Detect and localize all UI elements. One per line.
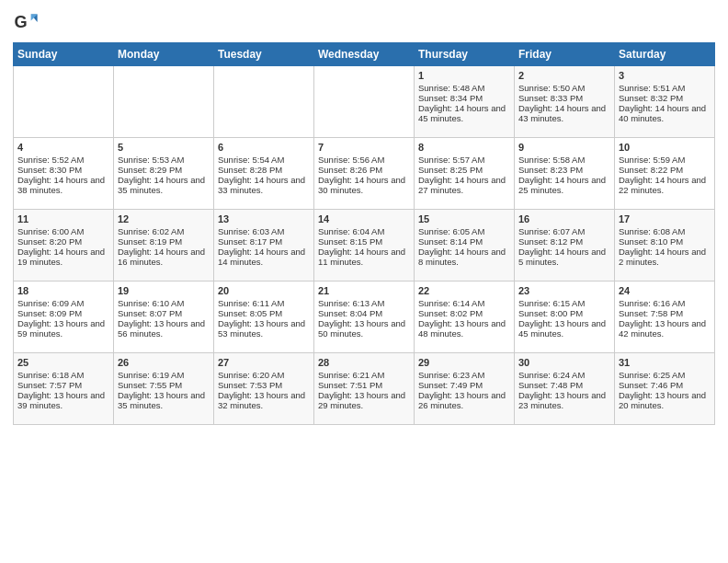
cell-info: Daylight: 13 hours and 42 minutes. [619,318,711,339]
calendar-cell: 2Sunrise: 5:50 AMSunset: 8:33 PMDaylight… [515,66,615,138]
cell-info: Sunset: 7:58 PM [619,308,711,318]
cell-info: Sunrise: 5:50 AM [518,83,610,93]
cell-info: Sunrise: 6:04 AM [318,226,410,236]
calendar-cell: 30Sunrise: 6:24 AMSunset: 7:48 PMDayligh… [515,353,615,425]
cell-info: Sunset: 8:25 PM [418,165,510,175]
calendar-cell: 8Sunrise: 5:57 AMSunset: 8:25 PMDaylight… [415,138,515,210]
page-container: G SundayMondayTuesdayWednesdayThursdayFr… [0,0,728,432]
cell-info: Sunrise: 6:25 AM [619,370,711,380]
cell-info: Daylight: 14 hours and 45 minutes. [418,103,510,123]
calendar-cell: 5Sunrise: 5:53 AMSunset: 8:29 PMDaylight… [114,138,214,210]
cell-info: Sunrise: 5:54 AM [218,155,310,165]
cell-info: Daylight: 14 hours and 19 minutes. [17,247,109,267]
day-number: 2 [518,70,610,81]
calendar-cell: 4Sunrise: 5:52 AMSunset: 8:30 PMDaylight… [14,138,114,210]
header-cell-thursday: Thursday [415,43,515,66]
cell-info: Sunset: 8:12 PM [518,236,610,247]
cell-info: Sunrise: 6:03 AM [218,226,310,236]
cell-info: Daylight: 13 hours and 50 minutes. [318,318,410,339]
cell-info: Daylight: 14 hours and 35 minutes. [118,175,210,195]
header-cell-sunday: Sunday [14,43,114,66]
cell-info: Daylight: 14 hours and 11 minutes. [318,247,410,267]
header-cell-tuesday: Tuesday [214,43,314,66]
calendar-cell: 19Sunrise: 6:10 AMSunset: 8:07 PMDayligh… [114,282,214,353]
day-number: 6 [218,142,310,153]
cell-info: Sunset: 7:55 PM [118,380,210,390]
header-row: SundayMondayTuesdayWednesdayThursdayFrid… [14,43,715,66]
cell-info: Daylight: 13 hours and 29 minutes. [318,390,410,410]
day-number: 3 [619,70,711,81]
calendar-cell: 26Sunrise: 6:19 AMSunset: 7:55 PMDayligh… [114,353,214,425]
cell-info: Sunrise: 6:18 AM [17,370,109,380]
cell-info: Daylight: 13 hours and 56 minutes. [118,318,210,339]
cell-info: Daylight: 14 hours and 27 minutes. [418,175,510,195]
cell-info: Sunset: 8:22 PM [619,165,711,175]
calendar-cell: 24Sunrise: 6:16 AMSunset: 7:58 PMDayligh… [615,282,715,353]
cell-info: Sunset: 8:29 PM [118,165,210,175]
calendar-cell: 18Sunrise: 6:09 AMSunset: 8:09 PMDayligh… [14,282,114,353]
cell-info: Daylight: 13 hours and 45 minutes. [518,318,610,339]
cell-info: Sunrise: 6:09 AM [17,298,109,308]
cell-info: Daylight: 13 hours and 26 minutes. [418,390,510,410]
cell-info: Sunset: 8:09 PM [17,308,109,318]
cell-info: Sunset: 8:34 PM [418,93,510,103]
day-number: 17 [619,213,711,224]
calendar-cell: 16Sunrise: 6:07 AMSunset: 8:12 PMDayligh… [515,210,615,282]
calendar-cell: 17Sunrise: 6:08 AMSunset: 8:10 PMDayligh… [615,210,715,282]
calendar-cell [214,66,314,138]
day-number: 18 [17,285,109,296]
calendar-cell: 29Sunrise: 6:23 AMSunset: 7:49 PMDayligh… [415,353,515,425]
calendar-table: SundayMondayTuesdayWednesdayThursdayFrid… [13,42,715,425]
cell-info: Sunset: 7:49 PM [418,380,510,390]
cell-info: Sunset: 8:30 PM [17,165,109,175]
cell-info: Sunrise: 6:24 AM [518,370,610,380]
calendar-cell: 27Sunrise: 6:20 AMSunset: 7:53 PMDayligh… [214,353,314,425]
cell-info: Daylight: 14 hours and 5 minutes. [518,247,610,267]
cell-info: Daylight: 14 hours and 25 minutes. [518,175,610,195]
calendar-cell: 31Sunrise: 6:25 AMSunset: 7:46 PMDayligh… [615,353,715,425]
calendar-cell: 23Sunrise: 6:15 AMSunset: 8:00 PMDayligh… [515,282,615,353]
day-number: 23 [518,285,610,296]
cell-info: Daylight: 13 hours and 23 minutes. [518,390,610,410]
week-row-4: 18Sunrise: 6:09 AMSunset: 8:09 PMDayligh… [14,282,715,353]
calendar-cell: 12Sunrise: 6:02 AMSunset: 8:19 PMDayligh… [114,210,214,282]
cell-info: Sunset: 8:33 PM [518,93,610,103]
calendar-cell: 22Sunrise: 6:14 AMSunset: 8:02 PMDayligh… [415,282,515,353]
cell-info: Sunset: 8:02 PM [418,308,510,318]
day-number: 9 [518,142,610,153]
cell-info: Sunset: 7:51 PM [318,380,410,390]
cell-info: Sunset: 8:10 PM [619,236,711,247]
cell-info: Daylight: 13 hours and 32 minutes. [218,390,310,410]
day-number: 12 [118,213,210,224]
cell-info: Sunrise: 5:58 AM [518,155,610,165]
cell-info: Sunset: 8:07 PM [118,308,210,318]
cell-info: Sunrise: 6:21 AM [318,370,410,380]
cell-info: Sunset: 8:05 PM [218,308,310,318]
day-number: 25 [17,357,109,368]
cell-info: Daylight: 14 hours and 30 minutes. [318,175,410,195]
day-number: 11 [17,213,109,224]
cell-info: Daylight: 14 hours and 8 minutes. [418,247,510,267]
week-row-5: 25Sunrise: 6:18 AMSunset: 7:57 PMDayligh… [14,353,715,425]
cell-info: Daylight: 13 hours and 48 minutes. [418,318,510,339]
cell-info: Sunset: 8:14 PM [418,236,510,247]
day-number: 1 [418,70,510,81]
cell-info: Sunrise: 5:48 AM [418,83,510,93]
cell-info: Sunset: 8:32 PM [619,93,711,103]
calendar-cell: 20Sunrise: 6:11 AMSunset: 8:05 PMDayligh… [214,282,314,353]
calendar-cell: 11Sunrise: 6:00 AMSunset: 8:20 PMDayligh… [14,210,114,282]
day-number: 8 [418,142,510,153]
day-number: 14 [318,213,410,224]
page-header: G [13,9,715,35]
logo: G [13,9,42,35]
cell-info: Daylight: 14 hours and 40 minutes. [619,103,711,123]
calendar-cell: 25Sunrise: 6:18 AMSunset: 7:57 PMDayligh… [14,353,114,425]
cell-info: Sunrise: 5:52 AM [17,155,109,165]
cell-info: Sunrise: 6:13 AM [318,298,410,308]
cell-info: Sunrise: 5:53 AM [118,155,210,165]
cell-info: Sunrise: 6:15 AM [518,298,610,308]
header-cell-monday: Monday [114,43,214,66]
day-number: 22 [418,285,510,296]
calendar-cell: 15Sunrise: 6:05 AMSunset: 8:14 PMDayligh… [415,210,515,282]
day-number: 29 [418,357,510,368]
